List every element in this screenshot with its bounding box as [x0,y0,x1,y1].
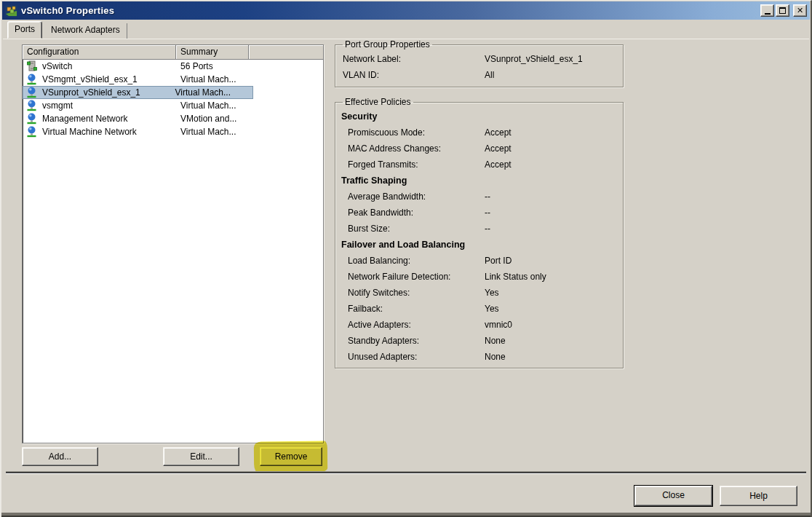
list-item-vsunprot-vshield-selected[interactable]: VSunprot_vShield_esx_1 Virtual Mach... [23,86,253,99]
window-bottom-edge [1,513,811,517]
policy-label: Standby Adapters: [341,336,485,346]
policy-label: Load Balancing: [341,256,485,266]
list-item-vswitch[interactable]: vSwitch 56 Ports [23,60,323,73]
add-button[interactable]: Add... [22,447,98,466]
list-item-config: VSunprot_vShield_esx_1 [42,87,171,98]
maximize-icon [779,7,786,14]
policy-value: Accept [485,159,617,170]
list-item-config: vsmgmt [42,100,176,111]
list-item-config: Management Network [42,114,176,124]
list-header: Configuration Summary [23,45,323,60]
list-item-config: vSwitch [42,61,176,71]
close-icon: ✕ [797,7,803,15]
vsphere-app-icon [5,5,17,17]
list-item-virtual-machine-network[interactable]: Virtual Machine Network Virtual Mach... [23,125,323,138]
policy-label: Failback: [341,304,485,314]
list-item-config: VSmgmt_vShield_esx_1 [42,74,176,84]
section-traffic-shaping: Traffic Shaping [341,173,617,189]
list-item-summary: Virtual Mach... [176,127,262,137]
vlan-id-label: VLAN ID: [341,70,485,80]
policy-label: Forged Transmits: [341,159,485,170]
port-group-icon [26,113,38,125]
minimize-icon [765,13,771,15]
effective-policies-legend: Effective Policies [343,97,413,107]
policy-label: Promiscuous Mode: [341,127,485,138]
policy-value: None [485,352,617,362]
policy-label: Network Failure Detection: [341,272,485,282]
list-item-vsmgmt-vshield[interactable]: VSmgmt_vShield_esx_1 Virtual Mach... [23,73,323,86]
tab-ports[interactable]: Ports [7,21,42,39]
window-title: vSwitch0 Properties [21,5,760,16]
policy-label: Peak Bandwidth: [341,208,485,218]
column-header-blank[interactable] [249,45,323,60]
list-item-summary: Virtual Mach... [171,87,253,98]
close-window-button[interactable]: ✕ [793,4,807,17]
policy-value: -- [485,208,617,218]
vswitch-properties-dialog: vSwitch0 Properties ✕ Ports Network Adap… [0,0,812,517]
list-item-config: Virtual Machine Network [42,127,176,137]
port-group-icon [26,87,38,98]
policy-label: Burst Size: [341,224,485,234]
policy-value: None [485,336,617,346]
remove-button[interactable]: Remove [260,447,322,466]
policy-value: Yes [485,304,617,314]
port-group-properties-legend: Port Group Properties [343,39,432,50]
footer-divider [6,472,806,473]
list-item-management-network[interactable]: Management Network VMotion and... [23,112,323,125]
policy-value: -- [485,192,617,202]
policy-value: -- [485,224,617,234]
list-item-summary: 56 Ports [176,61,262,71]
port-group-icon [26,100,38,111]
list-item-vsmgmt[interactable]: vsmgmt Virtual Mach... [23,99,323,112]
policy-value: vmnic0 [485,320,617,330]
close-button[interactable]: Close [634,486,712,506]
effective-policies-groupbox: Effective Policies Security Promiscuous … [335,97,624,368]
port-group-icon [26,126,38,138]
policy-label: Active Adapters: [341,320,485,330]
policy-value: Link Status only [485,272,617,282]
tab-network-adapters[interactable]: Network Adapters [44,23,127,39]
help-button[interactable]: Help [720,486,797,506]
edit-button[interactable]: Edit... [163,447,239,466]
vswitch-icon [26,60,38,72]
port-group-icon [26,74,38,85]
list-item-summary: VMotion and... [176,114,262,124]
network-label-label: Network Label: [341,54,485,64]
column-header-configuration[interactable]: Configuration [23,45,176,60]
vlan-id-value: All [485,70,617,80]
list-item-summary: Virtual Mach... [176,74,262,84]
policy-value: Accept [485,127,617,138]
list-item-summary: Virtual Mach... [176,100,262,111]
policy-value: Accept [485,143,617,154]
column-header-summary[interactable]: Summary [176,45,249,60]
section-security: Security [341,108,617,125]
tabstrip: Ports Network Adapters [7,21,127,39]
policy-label: Average Bandwidth: [341,192,485,202]
minimize-button[interactable] [760,4,774,17]
policy-label: Unused Adapters: [341,352,485,362]
section-failover-load-balancing: Failover and Load Balancing [341,237,617,253]
network-label-value: VSunprot_vShield_esx_1 [485,54,617,64]
port-group-properties-groupbox: Port Group Properties Network Label: VSu… [335,39,624,87]
policy-label: Notify Switches: [341,288,485,298]
policy-value: Port ID [485,256,617,266]
policy-label: MAC Address Changes: [341,143,485,154]
maximize-button[interactable] [776,4,789,17]
list-rows: vSwitch 56 Ports VSmgmt_vShield_esx_1 Vi… [23,60,323,138]
titlebar[interactable]: vSwitch0 Properties ✕ [2,1,810,20]
policy-value: Yes [485,288,617,298]
port-list[interactable]: Configuration Summary vSwitch 56 Ports [22,44,324,443]
